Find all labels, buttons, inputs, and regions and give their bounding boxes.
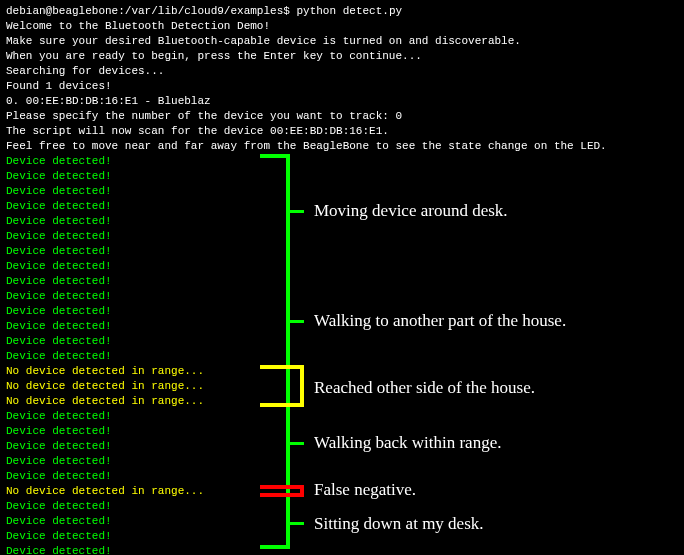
log-line: Device detected! — [6, 409, 678, 424]
prompt-command: python detect.py — [296, 5, 402, 17]
log-line: Device detected! — [6, 259, 678, 274]
log-line: Device detected! — [6, 304, 678, 319]
log-line: Device detected! — [6, 544, 678, 555]
intro-line: Please specify the number of the device … — [6, 109, 678, 124]
log-line: Device detected! — [6, 244, 678, 259]
intro-line: Found 1 devices! — [6, 79, 678, 94]
log-line: Device detected! — [6, 169, 678, 184]
prompt-line: debian@beaglebone:/var/lib/cloud9/exampl… — [6, 4, 678, 19]
log-line: Device detected! — [6, 274, 678, 289]
intro-line: When you are ready to begin, press the E… — [6, 49, 678, 64]
log-line: Device detected! — [6, 154, 678, 169]
log-line: Device detected! — [6, 349, 678, 364]
log-line: Device detected! — [6, 469, 678, 484]
log-line: Device detected! — [6, 199, 678, 214]
intro-line: 0. 00:EE:BD:DB:16:E1 - Blueblaz — [6, 94, 678, 109]
log-line: No device detected in range... — [6, 484, 678, 499]
log-line: Device detected! — [6, 334, 678, 349]
log-lines: Device detected!Device detected!Device d… — [6, 154, 678, 555]
log-line: Device detected! — [6, 439, 678, 454]
intro-line: Make sure your desired Bluetooth-capable… — [6, 34, 678, 49]
log-line: Device detected! — [6, 499, 678, 514]
log-line: Device detected! — [6, 289, 678, 304]
log-line: No device detected in range... — [6, 394, 678, 409]
intro-line: Searching for devices... — [6, 64, 678, 79]
log-line: Device detected! — [6, 514, 678, 529]
log-line: No device detected in range... — [6, 364, 678, 379]
log-line: Device detected! — [6, 319, 678, 334]
log-line: Device detected! — [6, 214, 678, 229]
log-line: No device detected in range... — [6, 379, 678, 394]
intro-line: Welcome to the Bluetooth Detection Demo! — [6, 19, 678, 34]
prompt-userhost: debian@beaglebone:/var/lib/cloud9/exampl… — [6, 5, 290, 17]
intro-line: The script will now scan for the device … — [6, 124, 678, 139]
intro-line: Feel free to move near and far away from… — [6, 139, 678, 154]
log-line: Device detected! — [6, 454, 678, 469]
log-line: Device detected! — [6, 529, 678, 544]
log-line: Device detected! — [6, 424, 678, 439]
log-line: Device detected! — [6, 184, 678, 199]
log-line: Device detected! — [6, 229, 678, 244]
terminal-output: debian@beaglebone:/var/lib/cloud9/exampl… — [0, 0, 684, 555]
